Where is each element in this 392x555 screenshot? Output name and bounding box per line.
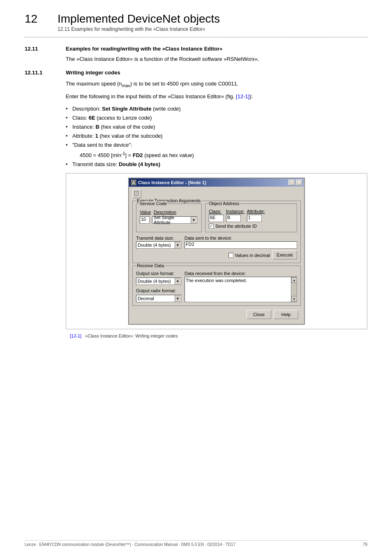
para1-start: The maximum speed (n [66,81,122,87]
class-field: Class: 6E [209,209,224,222]
object-address-title: Object Address [208,201,240,206]
receive-right: Data received from the device: The execu… [184,271,297,302]
send-attr-label: Send the attribute ID [215,224,257,229]
output-radix-select[interactable]: Decimal ▼ [136,295,181,302]
attribute-label: Attribute: [247,209,265,214]
service-code-group: Service Code Value Description 10 Se [136,204,202,232]
obj-field-row: Class: 6E Instance: B [209,209,293,222]
values-decimal-checkbox[interactable] [228,253,233,258]
footer-right: 79 [363,542,367,547]
receive-title: Receive Data [136,263,165,268]
data-received-box: The execution was completed. ▲ ▼ [184,277,297,302]
data-sent-col: Data sent to the device: FD2 [184,236,297,249]
close-button[interactable]: Close [247,310,271,319]
titlebar-left: Class Instance Editor - [Node 1] [131,180,206,185]
bullet-6: Transmit data size: Double (4 bytes) [66,160,367,169]
section-12-11-body: The »Class Instance Editor« is a functio… [25,55,367,64]
dialog-container: Class Instance Editor - [Node 1] ? ✕ Ex [66,173,367,329]
instance-field: Instance: B [226,209,244,222]
service-desc-select[interactable]: Set Single Attribute ▼ [152,216,197,224]
bullet-3: Instance: B (hex value of the code) [66,123,367,132]
chapter-title: Implemented DeviceNet objects [58,12,220,25]
execute-button[interactable]: Execute [272,250,297,259]
service-col-headers: Value Description [140,210,198,215]
receive-group: Receive Data Output size format: Double … [132,266,301,306]
class-input[interactable]: 6E [209,215,224,222]
col-desc-label: Description [154,210,176,215]
fig-ref: [12-1] [70,333,81,338]
help-button[interactable]: Help [274,310,298,319]
scroll-down[interactable]: ▼ [291,296,297,302]
dialog-title: Class Instance Editor - [Node 1] [138,180,206,185]
section-12-11-heading: 12.11 Examples for reading/writing with … [25,46,367,52]
attribute-field: Attribute: 1 [247,209,265,222]
page-header: 12 Implemented DeviceNet objects 12.11 E… [25,12,367,32]
section-12-11-1-heading: 12.11.1 Writing integer codes [25,69,367,76]
para1-end: ) is to be set to 4500 rpm using code C0… [130,81,238,87]
para2-ref: [12-1] [236,93,249,99]
para1-sub: max [122,83,130,88]
bullet-list: Description: Set Single Attribute (write… [66,104,367,169]
scrollbar-v[interactable]: ▲ ▼ [291,277,297,302]
bullet-5: "Data sent to the device": 4500 = 4500 [… [66,141,367,160]
output-size-select[interactable]: Double (4 bytes) ▼ [136,278,181,285]
toolbar-area [132,189,301,198]
class-label: Class: [209,209,224,214]
output-size-label: Output size format: [136,271,181,276]
dialog-controls[interactable]: ? ✕ [288,180,302,185]
receive-left: Output size format: Double (4 bytes) ▼ O… [136,271,181,302]
send-attr-row: ✓ Send the attribute ID [209,224,293,229]
service-code-title: Service Code [139,201,168,206]
section-12-11-para: The »Class Instance Editor« is a functio… [66,55,367,64]
fig-caption-text: »Class Instance Editor«: Writing integer… [85,333,178,338]
service-code-row: 10 Set Single Attribute ▼ [140,216,198,224]
transmit-select-row: Double (4 bytes) ▼ [136,241,181,249]
instance-input[interactable]: B [226,215,241,222]
instance-label: Instance: [226,209,244,214]
section-divider [25,37,367,37]
section-12-11-1-content: The maximum speed (nmax) is to be set to… [25,80,367,339]
transmit-label: Transmit data size: [136,236,181,240]
object-address-group: Object Address Class: 6E Instance: [205,204,297,232]
dialog-footer: Close Help [132,308,301,321]
para2-end: ): [249,93,253,99]
close-btn-titlebar[interactable]: ✕ [296,180,302,185]
transmit-select[interactable]: Double (4 bytes) ▼ [136,241,181,249]
footer-left: Lenze · E94AYCDN communication module (D… [25,542,235,547]
para2-start: Enter the following in the input fields … [66,93,236,99]
section-12-11-1-title: Writing integer codes [66,69,120,76]
section-12-11-title: Examples for reading/writing with the »C… [66,46,222,52]
execute-two-col: Service Code Value Description 10 Se [136,204,297,232]
data-sent-input[interactable]: FD2 [184,241,297,249]
output-radix-label: Output radix format: [136,288,181,293]
titlebar-icon [131,180,136,185]
receive-row: Output size format: Double (4 bytes) ▼ O… [136,271,297,302]
transmit-col: Transmit data size: Double (4 bytes) ▼ [136,236,181,249]
data-received-text: The execution was completed. [186,278,247,283]
send-attr-checkbox[interactable]: ✓ [209,224,214,229]
help-btn-titlebar[interactable]: ? [288,180,295,185]
para1: The maximum speed (nmax) is to be set to… [66,80,367,89]
dialog-window: Class Instance Editor - [Node 1] ? ✕ Ex [128,178,305,325]
chapter-number: 12 [25,12,49,25]
scroll-track [291,283,297,296]
dialog-body: Execute Transaction Arguments Service Co… [129,187,304,324]
section-12-11-1-num: 12.11.1 [25,69,53,76]
attribute-input[interactable]: 1 [247,215,262,222]
section-12-11-num: 12.11 [25,46,53,52]
bullet-2: Class: 6E (access to Lenze code) [66,113,367,123]
bullet-4: Attribute: 1 (hex value of the subcode) [66,132,367,141]
chapter-subtitle: 12.11 Examples for reading/writing with … [25,26,367,32]
toolbar-doc-btn[interactable] [132,189,141,198]
data-sent-label: Data sent to the device: [184,236,297,240]
data-received-label: Data received from the device: [184,271,297,276]
page-footer: Lenze · E94AYCDN communication module (D… [25,540,367,547]
scroll-up[interactable]: ▲ [291,277,297,283]
transmit-row: Transmit data size: Double (4 bytes) ▼ D… [136,236,297,249]
values-decimal-row: Values in decimal [228,253,270,258]
svg-rect-1 [132,180,135,182]
values-decimal-label: Values in decimal [235,253,270,258]
execute-row: Values in decimal Execute [136,250,297,259]
service-value-input[interactable]: 10 [140,216,150,224]
figure-caption: [12-1] »Class Instance Editor«: Writing … [66,333,367,338]
